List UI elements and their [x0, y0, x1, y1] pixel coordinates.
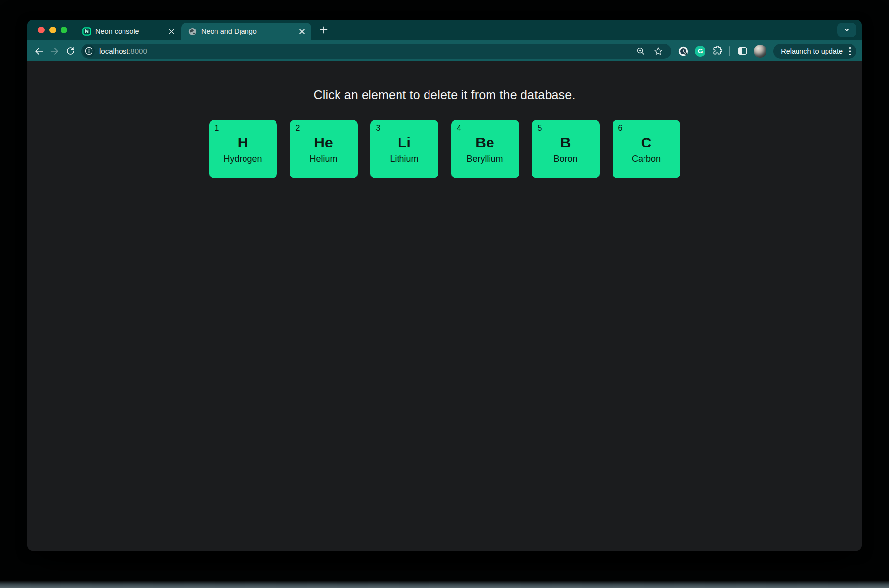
- element-name: Hydrogen: [223, 154, 262, 164]
- tab-neon-and-django[interactable]: Neon and Django: [181, 23, 311, 40]
- url-host: localhost: [99, 47, 128, 55]
- element-symbol: C: [641, 134, 652, 150]
- element-name: Carbon: [632, 154, 661, 164]
- password-manager-extension-icon[interactable]: [676, 44, 690, 58]
- element-card[interactable]: 6 C Carbon: [613, 120, 680, 178]
- element-card[interactable]: 3 Li Lithium: [370, 120, 438, 178]
- tab-list-chevron-button[interactable]: [837, 23, 856, 37]
- url-port: :8000: [128, 47, 147, 55]
- relaunch-button[interactable]: Relaunch to update: [773, 44, 856, 59]
- element-name: Lithium: [390, 154, 418, 164]
- page-content: Click an element to delete it from the d…: [27, 61, 862, 551]
- atomic-number: 1: [215, 124, 219, 133]
- sidebar-toggle-icon[interactable]: [736, 44, 749, 58]
- atomic-number: 2: [296, 124, 300, 133]
- new-tab-button[interactable]: [316, 23, 331, 37]
- tab-title: Neon and Django: [201, 28, 292, 35]
- desktop-edge: [0, 580, 889, 588]
- element-name: Beryllium: [466, 154, 503, 164]
- profile-avatar[interactable]: [754, 45, 766, 58]
- toolbar: localhost:8000: [27, 40, 862, 61]
- close-tab-icon[interactable]: [166, 27, 176, 36]
- back-button[interactable]: [31, 43, 47, 59]
- grammarly-glyph: G: [695, 46, 705, 57]
- site-info-icon[interactable]: [83, 45, 95, 57]
- bookmark-star-icon[interactable]: [653, 46, 663, 56]
- page-heading: Click an element to delete it from the d…: [313, 88, 575, 102]
- globe-icon: [188, 27, 197, 36]
- tab-neon-console[interactable]: Neon console: [75, 23, 181, 40]
- close-window-button[interactable]: [38, 27, 45, 33]
- tab-title: Neon console: [95, 28, 162, 35]
- element-name: Helium: [309, 154, 337, 164]
- atomic-number: 4: [457, 124, 461, 133]
- element-name: Boron: [553, 154, 577, 164]
- close-tab-icon[interactable]: [297, 27, 307, 36]
- element-symbol: Li: [398, 134, 411, 150]
- window-controls: [38, 27, 67, 33]
- extensions-puzzle-icon[interactable]: [710, 44, 724, 58]
- fullscreen-window-button[interactable]: [61, 27, 67, 33]
- url-bar[interactable]: localhost:8000: [81, 44, 671, 59]
- kebab-menu-icon[interactable]: [849, 47, 851, 56]
- minimize-window-button[interactable]: [49, 27, 56, 33]
- toolbar-divider: [729, 46, 730, 56]
- url-text: localhost:8000: [99, 47, 636, 55]
- atomic-number: 6: [618, 124, 623, 133]
- element-card[interactable]: 4 Be Beryllium: [451, 120, 519, 178]
- element-symbol: He: [314, 134, 333, 150]
- atomic-number: 3: [376, 124, 381, 133]
- element-grid: 1 H Hydrogen 2 He Helium 3 Li Lithium 4 …: [209, 120, 680, 178]
- browser-window: Neon console Neon and Django: [27, 20, 862, 551]
- forward-button[interactable]: [47, 43, 62, 59]
- atomic-number: 5: [538, 124, 542, 133]
- zoom-icon[interactable]: [636, 46, 645, 56]
- reload-button[interactable]: [62, 43, 78, 59]
- grammarly-extension-icon[interactable]: G: [693, 44, 707, 58]
- element-symbol: H: [238, 134, 248, 150]
- relaunch-label: Relaunch to update: [781, 47, 843, 55]
- element-symbol: B: [560, 134, 571, 150]
- urlbar-actions: [636, 46, 663, 56]
- element-symbol: Be: [475, 134, 494, 150]
- desktop: Neon console Neon and Django: [0, 0, 889, 588]
- neon-logo-icon: [82, 27, 91, 36]
- tab-strip: Neon console Neon and Django: [27, 20, 862, 40]
- element-card[interactable]: 1 H Hydrogen: [209, 120, 277, 178]
- element-card[interactable]: 5 B Boron: [532, 120, 600, 178]
- element-card[interactable]: 2 He Helium: [290, 120, 358, 178]
